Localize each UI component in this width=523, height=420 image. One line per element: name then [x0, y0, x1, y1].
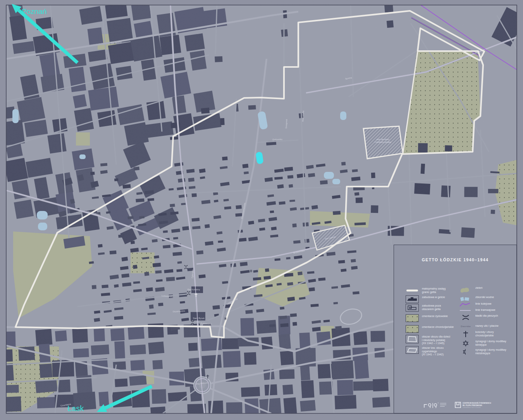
legend-item-churches: kościoły i zbory chrześcijańskie — [459, 330, 516, 338]
legend-item-tramways: linie tramwajowe — [459, 308, 516, 313]
legend-item-children-camp: obszar obozu dla dzieci i młodzieży pols… — [406, 335, 468, 345]
street-name-sample: Dworska — [459, 325, 472, 327]
legend-item-gypsy-camp: obszar tzw. obozu cygańskiego (XI 1941 –… — [406, 346, 468, 357]
legend-item-synagogues-gone: synagogi i domy modlitwy nieistniejące — [459, 348, 516, 356]
legend-item-water: zbiorniki wodne — [459, 295, 516, 302]
legend-title: GETTO ŁÓDZKIE 1940–1944 — [394, 257, 516, 262]
legend-item-street-names: Dworska nazwy ulic i placów — [459, 324, 516, 328]
credits-logos: CENTRUM BADAŃ ŻYDOWSKICH IM. FILIPA FRIE… — [423, 400, 512, 411]
legend-item-footbridges: kładki dla pieszych — [459, 314, 516, 321]
jewish-cemetery-icon — [406, 314, 419, 322]
poznan-label: Poznań — [22, 7, 46, 15]
legend-item-greenery: zieleń — [459, 286, 516, 294]
church-cross-icon — [459, 330, 472, 338]
star-of-david-icon — [459, 339, 472, 347]
railway-icon — [459, 302, 472, 307]
children-camp-icon — [406, 335, 419, 343]
tramway-icon — [459, 308, 472, 313]
historical-map-getto-lodzkie: obóz dla dziecii młodzieży polskiejobóz … — [0, 0, 523, 420]
christian-cemetery-icon — [406, 325, 419, 333]
legend-item-buildings-outside: zabudowa poza obszarem getta — [406, 304, 468, 312]
credit-line3: UNIWERSYTET ŁÓDZKI — [463, 406, 481, 408]
greenery-icon — [459, 286, 472, 294]
outside-building-icon — [406, 304, 419, 312]
legend-item-synagogues-existing: synagogi i domy modlitwy istniejące — [459, 339, 516, 347]
university-center-logo: CENTRUM BADAŃ ŻYDOWSKICH IM. FILIPA FRIE… — [455, 401, 491, 408]
institute-logo — [424, 403, 446, 408]
boundary-line-icon — [406, 287, 419, 295]
footbridge-icon — [459, 314, 472, 321]
lask-label: Łask — [67, 404, 84, 413]
legend-item-buildings-in-ghetto: zabudowa w getcie — [406, 295, 468, 303]
legend-item-ghetto-boundary: maksymalny zasięg granic getta — [406, 287, 468, 295]
credit-line2: IM. FILIPA FRIEDMANA — [463, 405, 482, 406]
legend-item-jewish-cemeteries: cmentarze żydowskie — [406, 314, 468, 322]
legend-panel: GETTO ŁÓDZKIE 1940–1944 maksymalny zasię… — [394, 245, 517, 413]
half-star-icon — [459, 348, 472, 356]
water-icon — [459, 295, 472, 302]
legend-item-christian-cemeteries: cmentarze chrześcijańskie — [406, 325, 468, 333]
ghetto-building-icon — [406, 295, 419, 303]
legend-item-railways: linie kolejowe — [459, 302, 516, 307]
gypsy-camp-icon — [406, 346, 419, 354]
credit-line1: CENTRUM BADAŃ ŻYDOWSKICH — [463, 401, 491, 404]
